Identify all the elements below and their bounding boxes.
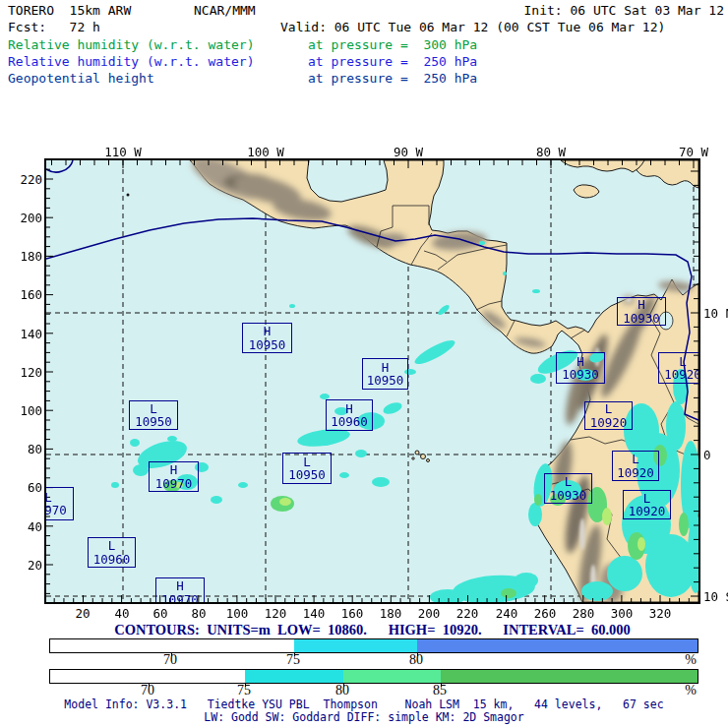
model-info-line-1: Model Info: V3.3.1 Tiedtke YSU PBL Thomp…	[0, 698, 728, 711]
grid-x-label: 240	[491, 606, 522, 621]
grid-y-label: 140	[10, 327, 42, 341]
lon-label: 100 W	[240, 145, 291, 159]
grid-x-label: 220	[452, 606, 483, 621]
contour-corner-loop	[46, 160, 73, 172]
extremum-low: L10920	[584, 401, 633, 430]
extremum-low: L10950	[129, 400, 178, 430]
colorbar-tick-label: 85	[428, 683, 452, 698]
lon-label: 90 W	[383, 145, 434, 159]
colorbar-unit-label: %	[685, 683, 697, 698]
colorbar-segment	[171, 639, 294, 652]
field-2-level: at pressure = 250 hPa	[308, 54, 477, 69]
lon-label: 70 W	[668, 145, 719, 159]
valid-time: Valid: 06 UTC Tue 06 Mar 12 (00 CST Tue …	[280, 20, 665, 34]
colorbar-segment	[50, 670, 149, 683]
extremum-low: L10920	[623, 490, 671, 519]
grid-x-label: 100	[221, 606, 253, 621]
map-panel: H10950H10930H10950H10930L10920L10950H109…	[44, 158, 700, 604]
colorbar-rh250	[49, 669, 698, 684]
grid-y-label: 120	[10, 365, 42, 380]
grid-x-label: 260	[529, 606, 561, 621]
forecast-hour: Fcst: 72 h	[8, 20, 100, 34]
init-time: Init: 06 UTC Sat 03 Mar 12	[524, 3, 725, 18]
grid-y-label: 220	[10, 172, 42, 187]
colorbar-segment	[149, 670, 245, 683]
extremum-high: H10960	[326, 399, 373, 431]
extremum-low: L10920	[658, 352, 700, 384]
landmass	[190, 160, 698, 602]
colorbar-tick-label: 75	[281, 652, 305, 668]
extremum-low: L10970	[44, 487, 74, 520]
grid-y-label: 100	[10, 403, 42, 418]
colorbar-tick-label: 80	[404, 652, 428, 668]
island-cuba	[561, 160, 644, 172]
island-galapagos	[421, 455, 426, 459]
island-galapagos	[415, 451, 419, 455]
colorbar-segment	[245, 670, 343, 683]
island-galapagos	[427, 459, 430, 462]
center-name: NCAR/MMM	[194, 3, 256, 18]
lon-label: 110 W	[97, 145, 149, 159]
colorbar-segment	[50, 639, 171, 652]
grid-x-label: 320	[644, 606, 676, 621]
colorbar-tick-label: 70	[136, 683, 159, 698]
colorbar-tick-label: 70	[158, 652, 182, 668]
lon-label: 80 W	[525, 145, 576, 159]
colorbar-tick-label: 80	[331, 683, 354, 698]
grid-x-label: 60	[145, 606, 176, 621]
colorbar-segment	[441, 670, 698, 683]
island-galapagos	[412, 457, 414, 459]
field-1-name: Relative humidity (w.r.t. water)	[8, 37, 254, 52]
grid-y-label: 160	[10, 287, 42, 302]
field-3-level: at pressure = 250 hPa	[308, 71, 477, 86]
extremum-high: H10970	[155, 577, 205, 604]
grid-x-label: 280	[568, 606, 599, 621]
extremum-low: L10930	[544, 473, 592, 504]
island-jamaica	[574, 185, 599, 198]
colorbar-segment	[343, 670, 441, 683]
lat-label: 10 N	[703, 306, 728, 321]
grid-x-label: 40	[106, 606, 138, 621]
model-info-line-2: LW: Godd SW: Goddard DIFF: simple KM: 2D…	[0, 711, 728, 724]
grid-y-label: 60	[10, 480, 42, 495]
grid-x-label: 140	[298, 606, 330, 621]
grid-y-label: 200	[10, 211, 42, 225]
colorbar-tick-label: 75	[232, 683, 256, 698]
colorbar-unit-label: %	[685, 652, 697, 668]
colorbar-rh300	[49, 638, 698, 653]
contour-info: CONTOURS: UNITS=m LOW= 10860. HIGH= 1092…	[46, 622, 698, 638]
grid-x-label: 300	[606, 606, 637, 621]
grid-x-label: 180	[375, 606, 406, 621]
field-3-name: Geopotential height	[8, 71, 154, 86]
colorbar-segment	[417, 639, 698, 652]
grid-x-label: 120	[260, 606, 291, 621]
extremum-low: L10960	[88, 537, 136, 568]
lat-label: 0	[703, 448, 711, 462]
extremum-high: H10930	[556, 352, 605, 384]
extremum-high: H10970	[149, 461, 199, 492]
grid-y-label: 20	[10, 558, 42, 573]
extremum-low: L10920	[612, 451, 659, 481]
field-1-level: at pressure = 300 hPa	[308, 37, 477, 52]
grid-x-label: 200	[413, 606, 445, 621]
extremum-low: L10950	[282, 453, 332, 484]
grid-x-label: 160	[336, 606, 368, 621]
extremum-high: H10930	[617, 297, 666, 326]
weather-model-plot: { "header": { "model": "TORERO 15km ARW"…	[0, 0, 728, 728]
model-title: TORERO 15km ARW	[8, 3, 131, 18]
grid-y-label: 180	[10, 249, 42, 264]
island-socorro	[127, 194, 130, 197]
extremum-high: H10950	[362, 358, 408, 390]
extremum-high: H10950	[242, 323, 292, 353]
grid-x-label: 80	[183, 606, 214, 621]
grid-x-label: 20	[67, 606, 98, 621]
grid-y-label: 40	[10, 519, 42, 534]
field-2-name: Relative humidity (w.r.t. water)	[8, 54, 254, 69]
colorbar-segment	[294, 639, 417, 652]
grid-y-label: 80	[10, 442, 42, 456]
lat-label: 10 S	[703, 589, 728, 604]
